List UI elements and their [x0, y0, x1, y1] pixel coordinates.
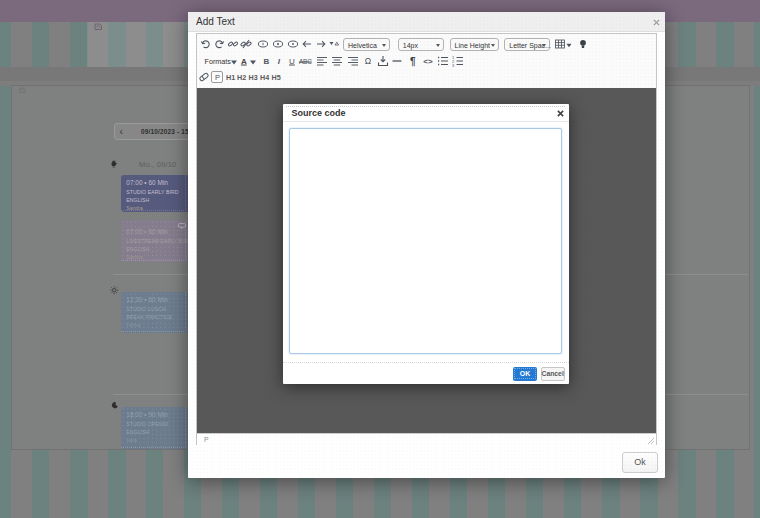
svg-text:3: 3	[452, 63, 455, 67]
